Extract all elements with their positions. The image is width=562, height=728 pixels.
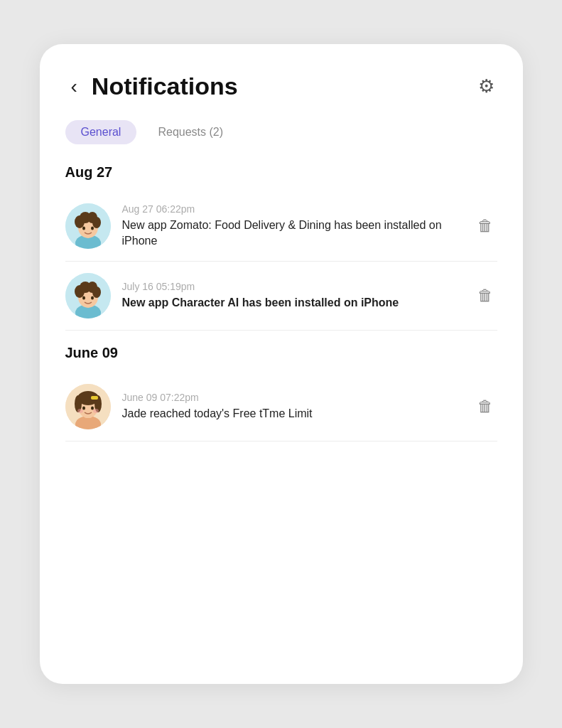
svg-point-17	[92, 287, 101, 298]
notification-text: New app Character AI has been installed …	[122, 295, 462, 311]
list-item: July 16 05:19pm New app Character AI has…	[65, 262, 497, 331]
notification-time: July 16 05:19pm	[122, 281, 462, 292]
header: ‹ Notifications ⚙	[65, 73, 497, 100]
svg-point-7	[92, 217, 101, 228]
section-aug27: Aug 27	[65, 164, 497, 331]
svg-point-30	[77, 409, 83, 413]
svg-point-28	[82, 406, 85, 410]
notification-content: July 16 05:19pm New app Character AI has…	[122, 281, 462, 311]
notification-content: Aug 27 06:22pm New app Zomato: Food Deli…	[122, 203, 462, 250]
delete-button[interactable]: 🗑	[473, 214, 497, 238]
tab-requests[interactable]: Requests (2)	[142, 120, 239, 144]
section-date-aug27: Aug 27	[65, 164, 497, 181]
notification-time: June 09 07:22pm	[122, 392, 462, 403]
back-button[interactable]: ‹	[65, 74, 83, 100]
tabs-bar: General Requests (2)	[65, 120, 497, 144]
svg-point-18	[82, 296, 85, 299]
svg-rect-27	[91, 396, 98, 400]
notification-content: June 09 07:22pm Jade reached today's Fre…	[122, 392, 462, 422]
page-title: Notifications	[92, 73, 475, 100]
svg-point-29	[91, 406, 94, 410]
notification-text: Jade reached today's Free tTme Limit	[122, 406, 462, 422]
delete-button[interactable]: 🗑	[473, 395, 497, 419]
notification-time: Aug 27 06:22pm	[122, 203, 462, 215]
settings-icon[interactable]: ⚙	[475, 73, 497, 100]
notification-text: New app Zomato: Food Delivery & Dining h…	[122, 218, 462, 250]
svg-point-9	[91, 227, 94, 230]
avatar	[65, 273, 111, 318]
delete-button[interactable]: 🗑	[473, 284, 497, 308]
svg-point-8	[82, 227, 85, 230]
tab-general[interactable]: General	[65, 120, 137, 144]
avatar	[65, 384, 111, 429]
svg-point-19	[91, 296, 94, 299]
svg-point-31	[93, 409, 99, 413]
phone-card: ‹ Notifications ⚙ General Requests (2) A…	[40, 44, 523, 684]
section-date-june09: June 09	[65, 345, 497, 361]
section-june09: June 09	[65, 345, 497, 441]
list-item: June 09 07:22pm Jade reached today's Fre…	[65, 373, 497, 441]
avatar	[65, 203, 111, 249]
list-item: Aug 27 06:22pm New app Zomato: Food Deli…	[65, 192, 497, 262]
